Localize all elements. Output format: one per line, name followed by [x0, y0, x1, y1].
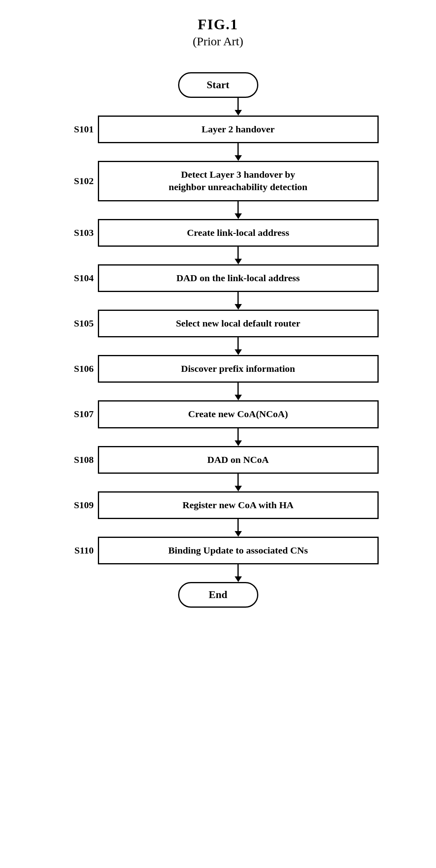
step-box-s109: Register new CoA with HA — [98, 491, 379, 519]
step-box-s103: Create link-local address — [98, 219, 379, 247]
arrow-6 — [58, 383, 379, 400]
step-row-s104: S104 DAD on the link-local address — [58, 264, 379, 292]
step-box-s101: Layer 2 handover — [98, 116, 379, 143]
step-box-s108: DAD on NCoA — [98, 446, 379, 474]
figure-title: FIG.1 — [198, 16, 238, 33]
step-row-s108: S108 DAD on NCoA — [58, 446, 379, 474]
step-label-s107: S107 — [58, 409, 98, 420]
step-row-s105: S105 Select new local default router — [58, 310, 379, 337]
step-label-s103: S103 — [58, 227, 98, 238]
step-label-s101: S101 — [58, 124, 98, 135]
start-capsule: Start — [178, 72, 258, 98]
step-label-s108: S108 — [58, 454, 98, 465]
step-row-s110: S110 Binding Update to associated CNs — [58, 537, 379, 564]
page-container: FIG.1 (Prior Art) Start S101 Layer 2 han… — [0, 0, 436, 608]
step-row-s102: S102 Detect Layer 3 handover byneighbor … — [58, 161, 379, 201]
step-box-s106: Discover prefix information — [98, 355, 379, 383]
step-box-s105: Select new local default router — [98, 310, 379, 337]
step-box-s107: Create new CoA(NCoA) — [98, 400, 379, 428]
arrow-7 — [58, 428, 379, 446]
flowchart: Start S101 Layer 2 handover S102 Detect … — [58, 72, 379, 608]
arrow-3 — [58, 247, 379, 264]
step-label-s105: S105 — [58, 318, 98, 329]
step-label-s106: S106 — [58, 363, 98, 374]
step-row-s103: S103 Create link-local address — [58, 219, 379, 247]
step-row-s106: S106 Discover prefix information — [58, 355, 379, 383]
step-label-s110: S110 — [58, 545, 98, 556]
step-row-s109: S109 Register new CoA with HA — [58, 491, 379, 519]
step-row-s107: S107 Create new CoA(NCoA) — [58, 400, 379, 428]
arrow-0 — [58, 98, 379, 116]
arrow-4 — [58, 292, 379, 310]
step-row-s101: S101 Layer 2 handover — [58, 116, 379, 143]
step-label-s102: S102 — [58, 176, 98, 187]
arrow-9 — [58, 519, 379, 537]
step-label-s109: S109 — [58, 500, 98, 511]
step-box-s102: Detect Layer 3 handover byneighbor unrea… — [98, 161, 379, 201]
figure-subtitle: (Prior Art) — [193, 34, 243, 48]
arrow-1 — [58, 143, 379, 161]
step-label-s104: S104 — [58, 273, 98, 284]
arrow-8 — [58, 474, 379, 491]
end-capsule: End — [178, 582, 258, 608]
arrow-5 — [58, 337, 379, 355]
step-box-s110: Binding Update to associated CNs — [98, 537, 379, 564]
step-box-s104: DAD on the link-local address — [98, 264, 379, 292]
arrow-10 — [58, 564, 379, 582]
arrow-2 — [58, 201, 379, 219]
